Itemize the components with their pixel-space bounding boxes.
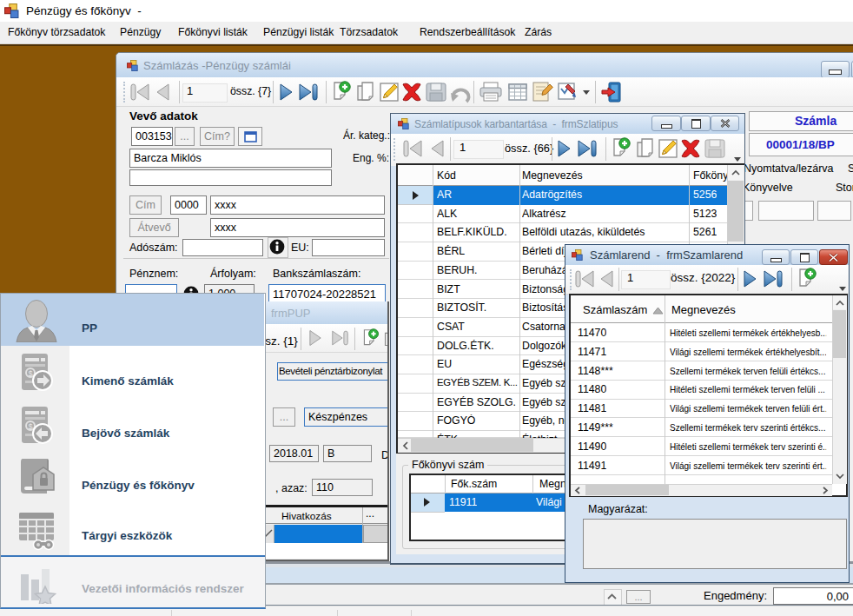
svg-text:$: $ [29, 369, 33, 378]
svg-text:$: $ [29, 422, 33, 431]
